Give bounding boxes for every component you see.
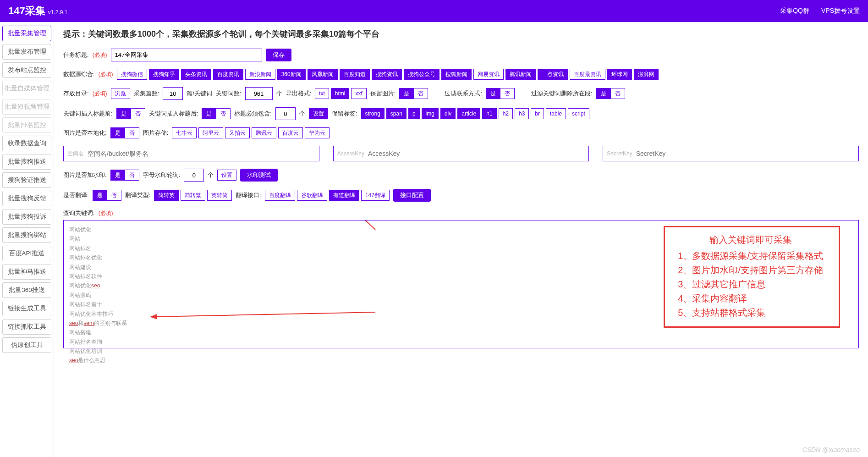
vps-dial-link[interactable]: VPS拨号设置 [821,7,860,15]
tag-环球网[interactable]: 环球网 [607,69,632,80]
filter-kw-toggle[interactable]: 是否 [596,88,625,99]
count-input[interactable] [163,87,183,100]
keep-tag-label: 保留标签: [332,110,357,118]
tag-有道翻译[interactable]: 有道翻译 [329,190,359,201]
tag-简转繁[interactable]: 简转繁 [181,190,205,201]
img-local-toggle[interactable]: 是否 [110,127,139,138]
tag-网易资讯[interactable]: 网易资讯 [473,69,504,80]
tag-搜狗资讯[interactable]: 搜狗资讯 [372,69,402,80]
sidebar-item[interactable]: 批量360推送 [2,282,51,298]
filter-contact-toggle[interactable]: 是否 [486,88,515,99]
task-title-label: 任务标题: [63,51,89,59]
img-store-label: 图片存储: [143,129,169,137]
sidebar-item[interactable]: 搜狗验证推送 [2,172,51,188]
tag-百度翻译[interactable]: 百度翻译 [265,190,295,201]
wm-font-input[interactable] [184,169,204,182]
tag-table[interactable]: table [546,108,566,119]
sidebar-item[interactable]: 发布站点监控 [2,62,51,78]
trans-cfg-button[interactable]: 接口配置 [393,189,431,202]
tag-简转英[interactable]: 简转英 [154,190,179,201]
sidebar-item[interactable]: 百度API推送 [2,246,51,261]
tag-谷歌翻译[interactable]: 谷歌翻译 [297,190,327,201]
tag-新浪新闻[interactable]: 新浪新闻 [245,69,275,80]
sidebar-item[interactable]: 批量采集管理 [2,26,51,41]
tag-英转简[interactable]: 英转简 [207,190,232,201]
save-button[interactable]: 保存 [266,49,291,61]
keyword-textarea[interactable]: 网站优化网站网站排名网站排名优化网站建设网站排名软件网站优化seo网站源码网站排… [63,220,859,348]
tag-strong[interactable]: strong [361,108,385,119]
wm-toggle[interactable]: 是否 [110,170,139,181]
tag-头条资讯[interactable]: 头条资讯 [181,69,211,80]
tag-腾讯新闻[interactable]: 腾讯新闻 [505,69,536,80]
tag-澎湃网[interactable]: 澎湃网 [634,69,659,80]
filter-kw-label: 过滤关键词删除所在段: [531,89,593,98]
ak-input[interactable] [368,150,585,157]
tag-p[interactable]: p [408,108,420,119]
annotation-box: 输入关键词即可采集 1、多数据源采集/支持保留采集格式2、图片加水印/支持图片第… [664,226,840,328]
must-input[interactable] [275,107,296,120]
sidebar-item[interactable]: 批量自媒体管理 [2,81,51,96]
tag-html[interactable]: html [331,88,350,99]
space-input[interactable] [88,150,315,157]
sidebar-item[interactable]: 收录数据查询 [2,136,51,151]
fmt-label: 导出格式: [286,89,312,98]
sidebar-item[interactable]: 链接生成工具 [2,301,51,316]
insert-before-toggle[interactable]: 是否 [116,108,145,119]
tag-h3[interactable]: h3 [515,108,529,119]
tag-阿里云[interactable]: 阿里云 [198,127,223,138]
ak-prefix: AccessKey [337,150,364,157]
sk-prefix: SecretKey [607,150,632,157]
tag-搜狗公众号[interactable]: 搜狗公众号 [404,69,439,80]
tag-txt[interactable]: txt [315,88,329,99]
keyword-line: 网站排名查询 [69,337,853,347]
task-title-input[interactable] [111,49,262,61]
kw-count-input[interactable] [245,87,273,100]
tag-h2[interactable]: h2 [499,108,513,119]
sidebar-item[interactable]: 批量排名监控 [2,117,51,133]
tag-百度资讯[interactable]: 百度资讯 [213,69,243,80]
qq-group-link[interactable]: 采集QQ群 [780,7,809,15]
anno-line: 4、采集内容翻译 [678,292,823,306]
wm-test-button[interactable]: 水印测试 [240,169,278,182]
tag-script[interactable]: script [568,108,589,119]
tag-article[interactable]: article [457,108,480,119]
tag-147翻译[interactable]: 147翻译 [361,190,390,201]
trans-toggle[interactable]: 是否 [93,190,121,201]
tag-div[interactable]: div [440,108,456,119]
tag-又拍云[interactable]: 又拍云 [225,127,250,138]
tag-百度云[interactable]: 百度云 [278,127,303,138]
tag-搜狐新闻[interactable]: 搜狐新闻 [441,69,472,80]
sidebar-item[interactable]: 批量搜狗反馈 [2,191,51,206]
tag-华为云[interactable]: 华为云 [305,127,330,138]
tag-span[interactable]: span [386,108,407,119]
browse-button[interactable]: 浏览 [111,88,130,99]
tag-搜狗知乎[interactable]: 搜狗知乎 [149,69,179,80]
tag-百度知道[interactable]: 百度知道 [340,69,370,80]
tag-一点资讯[interactable]: 一点资讯 [538,69,568,80]
wm-font-set-button[interactable]: 设置 [217,170,236,181]
store-req: (必填) [93,90,107,98]
sidebar-item[interactable]: 批量搜狗绑站 [2,227,51,243]
tag-360新闻[interactable]: 360新闻 [277,69,306,80]
keep-img-toggle[interactable]: 是否 [399,88,428,99]
tag-凤凰新闻[interactable]: 凤凰新闻 [308,69,338,80]
tag-百度最资讯[interactable]: 百度最资讯 [570,69,605,80]
sidebar-item[interactable]: 批量搜狗推送 [2,154,51,170]
tag-腾讯云[interactable]: 腾讯云 [252,127,276,138]
sidebar-item[interactable]: 链接抓取工具 [2,319,51,335]
sidebar-item[interactable]: 批量搜狗投诉 [2,209,51,225]
sidebar-item[interactable]: 批量神马推送 [2,264,51,280]
insert-after-toggle[interactable]: 是否 [202,108,231,119]
sidebar-item[interactable]: 批量短视频管理 [2,99,51,115]
tag-搜狗微信[interactable]: 搜狗微信 [117,69,147,80]
sk-input[interactable] [636,150,855,157]
must-set-button[interactable]: 设置 [309,108,328,119]
tag-br[interactable]: br [531,108,544,119]
keyword-line: seo是什么意思 [69,356,853,365]
tag-h1[interactable]: h1 [482,108,496,119]
tag-七牛云[interactable]: 七牛云 [172,127,197,138]
sidebar-item[interactable]: 批量发布管理 [2,44,51,60]
tag-img[interactable]: img [422,108,439,119]
tag-xxf[interactable]: xxf [351,88,366,99]
sidebar-item[interactable]: 伪原创工具 [2,337,51,353]
